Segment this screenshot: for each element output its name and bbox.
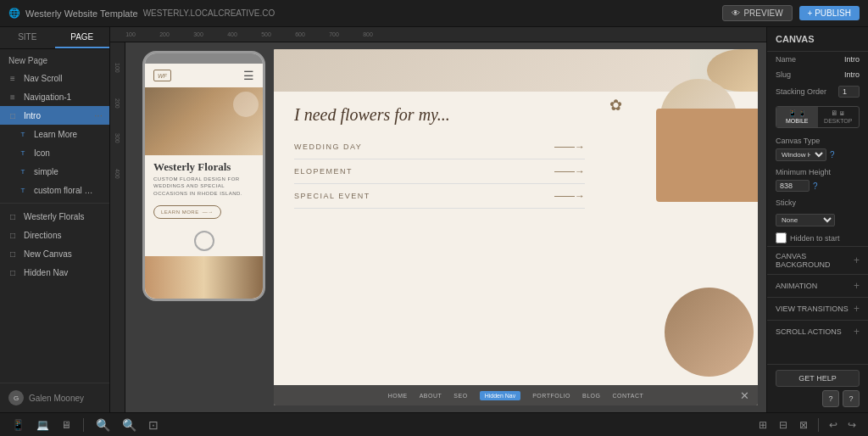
arrow-icon-wedding: ——→ — [554, 141, 585, 153]
canvas-area: 100 200 300 400 500 600 700 800 100 200 … — [110, 27, 766, 412]
scroll-actions-section[interactable]: SCROLL ACTIONS + — [767, 320, 868, 343]
mobile-preview: WF ☰ Westerly Florals CUSTOM FLORAL DESI… — [125, 42, 265, 412]
undo-redo-group: ↩ ↪ — [826, 417, 860, 433]
ruler-top: 100 200 300 400 500 600 700 800 — [110, 27, 766, 42]
zoom-fit-btn[interactable]: ⊡ — [145, 416, 162, 433]
sidebar-item-label: Navigation-1 — [24, 92, 71, 102]
min-height-label: Minimum Height — [776, 168, 831, 176]
top-bar-actions: 👁 PREVIEW + PUBLISH — [722, 5, 860, 21]
sidebar-item-learn-more[interactable]: T Learn More — [0, 125, 109, 143]
deco-flower-icon: ✿ — [609, 96, 622, 115]
tablet-view-btn[interactable]: 💻 — [33, 417, 53, 433]
bottom-nav-about[interactable]: ABOUT — [420, 393, 442, 399]
canvas-icon: □ — [7, 248, 19, 260]
sidebar-item-navigation-1[interactable]: ≡ Navigation-1 — [0, 87, 109, 106]
desktop-canvas: I need flowers for my... WEDDING DAY ——→… — [274, 49, 758, 405]
canvas-icon: □ — [7, 210, 19, 222]
mobile-icon: 📱 — [788, 109, 797, 117]
main-layout: SITE PAGE New Page ≡ Nav Scroll ≡ Naviga… — [0, 27, 868, 412]
sidebar-item-custom-floral[interactable]: T custom floral design for we... — [0, 181, 109, 199]
bottom-nav-hidden-nav[interactable]: Hidden Nav — [480, 391, 521, 400]
prop-name-value: Intro — [844, 55, 860, 64]
zoom-out-btn[interactable]: 🔍 — [92, 416, 114, 433]
stacking-order-input[interactable] — [838, 86, 860, 98]
zoom-in-btn[interactable]: 🔍 — [119, 416, 140, 433]
min-height-input[interactable] — [776, 180, 810, 192]
sidebar-item-label: custom floral design for we... — [34, 186, 97, 195]
sticky-select[interactable]: None — [776, 214, 835, 226]
canvas-type-help[interactable]: ? — [830, 150, 835, 159]
sidebar-item-label: simple — [34, 167, 58, 176]
phone-screen: WF ☰ Westerly Florals CUSTOM FLORAL DESI… — [145, 64, 263, 299]
text-icon: T — [17, 128, 29, 140]
add-element-btn[interactable]: ⊟ — [776, 417, 791, 433]
phone-subtitle: CUSTOM FLORAL DESIGN FOR WEDDINGS AND SP… — [145, 176, 263, 202]
arrow-icon: —→ — [203, 210, 214, 215]
publish-button[interactable]: + PUBLISH — [799, 6, 860, 20]
desktop-toggle-btn[interactable]: 🖥 🖥 DESKTOP — [818, 107, 860, 127]
desktop-view-btn[interactable]: 🖥 — [58, 417, 75, 433]
sidebar-footer: G Galen Mooney — [0, 383, 109, 412]
phone-home-button — [194, 231, 214, 251]
app-title: Westerly Website Template — [25, 8, 138, 19]
phone-notch — [145, 53, 263, 64]
bottom-nav-portfolio[interactable]: PORTFOLIO — [532, 393, 570, 399]
add-section-btn[interactable]: ⊞ — [755, 417, 771, 433]
bottom-nav-home[interactable]: HOME — [388, 393, 408, 399]
sidebar-item-new-canvas[interactable]: □ New Canvas — [0, 244, 109, 263]
zoom-toolbar-group: 🔍 🔍 ⊡ — [92, 416, 162, 433]
sidebar-item-intro[interactable]: □ Intro ··· — [0, 106, 109, 125]
animation-section[interactable]: ANIMATION + — [767, 274, 868, 297]
avatar: G — [8, 390, 24, 405]
canvas-icon: □ — [7, 109, 19, 121]
hidden-to-start-checkbox[interactable] — [776, 232, 787, 243]
close-icon[interactable]: ✕ — [740, 389, 749, 402]
prop-sticky: Sticky — [767, 195, 868, 210]
tab-page[interactable]: PAGE — [55, 27, 110, 48]
preview-button[interactable]: 👁 PREVIEW — [722, 5, 792, 21]
hidden-to-start-label: Hidden to start — [790, 234, 840, 243]
arrow-icon-elopement: ——→ — [554, 165, 585, 177]
add-widget-btn[interactable]: ⊠ — [796, 417, 811, 433]
mobile-view-btn[interactable]: 📱 — [8, 417, 28, 433]
phone-bottom-image — [145, 256, 263, 299]
desktop-main-content: I need flowers for my... WEDDING DAY ——→… — [274, 92, 758, 385]
nav-label-elopement: ELOPEMENT — [294, 167, 353, 176]
help-icon-1[interactable]: ? — [822, 390, 839, 407]
desktop-heading: I need flowers for my... — [294, 105, 585, 125]
desktop-text-area: I need flowers for my... WEDDING DAY ——→… — [274, 92, 605, 385]
sidebar-item-label: Icon — [34, 148, 50, 158]
desktop-nav-wedding[interactable]: WEDDING DAY ——→ — [294, 135, 585, 159]
prop-min-height: Minimum Height — [767, 165, 868, 180]
sidebar-item-icon[interactable]: T Icon — [0, 143, 109, 162]
view-transitions-section[interactable]: VIEW TRANSITIONS + — [767, 297, 868, 320]
sidebar-item-westerly-florals[interactable]: □ Westerly Florals — [0, 207, 109, 226]
bottom-nav-bar: HOME ABOUT SEO Hidden Nav PORTFOLIO BLOG… — [274, 385, 758, 405]
get-help-button[interactable]: GET HELP — [776, 370, 860, 387]
sidebar-item-simple[interactable]: T simple — [0, 162, 109, 181]
tab-site[interactable]: SITE — [0, 27, 55, 48]
canvas-background-section[interactable]: CANVAS BACKGROUND + — [767, 246, 868, 274]
more-icon[interactable]: ··· — [94, 109, 103, 121]
desktop-nav-elopement[interactable]: ELOPEMENT ——→ — [294, 159, 585, 184]
ruler-left: 100 200 300 400 — [110, 42, 125, 412]
bottom-nav-contact[interactable]: CONTACT — [612, 393, 643, 399]
redo-btn[interactable]: ↪ — [844, 417, 860, 433]
sidebar-tabs: SITE PAGE — [0, 27, 109, 49]
min-height-help[interactable]: ? — [813, 182, 818, 191]
globe-icon: 🌐 — [8, 8, 20, 19]
sidebar-item-directions[interactable]: □ Directions — [0, 226, 109, 244]
device-toolbar-group: 📱 💻 🖥 — [8, 417, 75, 433]
undo-btn[interactable]: ↩ — [826, 417, 841, 433]
desktop-nav-special-event[interactable]: SPECIAL EVENT ——→ — [294, 184, 585, 209]
canvas-type-select[interactable]: Window Height — [776, 148, 826, 161]
sidebar-item-hidden-nav[interactable]: □ Hidden Nav — [0, 263, 109, 282]
sidebar-item-label: Hidden Nav — [24, 268, 68, 277]
phone-frame: WF ☰ Westerly Florals CUSTOM FLORAL DESI… — [142, 51, 265, 301]
mobile-toggle-btn[interactable]: 📱 📱 MOBILE — [776, 107, 818, 127]
bottom-nav-seo[interactable]: SEO — [453, 393, 467, 399]
sidebar-item-nav-scroll[interactable]: ≡ Nav Scroll — [0, 69, 109, 87]
phone-cta-button[interactable]: LEARN MORE —→ — [153, 205, 221, 219]
help-icon-2[interactable]: ? — [843, 390, 860, 407]
bottom-nav-blog[interactable]: BLOG — [582, 393, 600, 399]
